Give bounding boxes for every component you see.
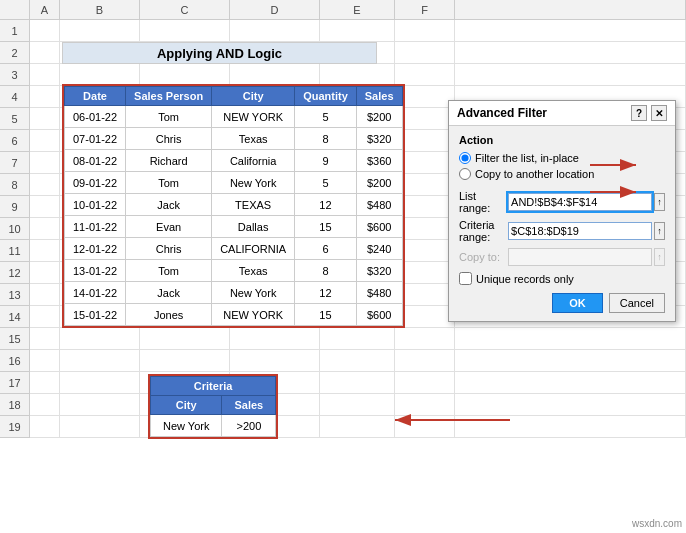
col-f: F [395, 0, 455, 19]
col-d: D [230, 0, 320, 19]
table-cell: 11-01-22 [65, 216, 126, 238]
sheet-title: Applying AND Logic [62, 42, 377, 64]
table-cell: NEW YORK [212, 304, 295, 326]
table-row: 15-01-22JonesNEW YORK15$600 [65, 304, 403, 326]
dialog-close-button[interactable]: ✕ [651, 105, 667, 121]
table-row: 12-01-22ChrisCALIFORNIA6$240 [65, 238, 403, 260]
table-cell: CALIFORNIA [212, 238, 295, 260]
radio-copy-location-label: Copy to another location [475, 168, 594, 180]
dialog-body: Action Filter the list, in-place Copy to… [449, 126, 675, 321]
row-18: 18 [0, 394, 30, 416]
table-cell: 09-01-22 [65, 172, 126, 194]
row-11: 11 [0, 240, 30, 262]
list-range-label: List range: [459, 190, 508, 214]
col-header-date: Date [65, 87, 126, 106]
col-a: A [30, 0, 60, 19]
table-cell: New York [212, 172, 295, 194]
col-header-city: City [212, 87, 295, 106]
dialog-title-actions: ? ✕ [631, 105, 667, 121]
table-cell: $480 [356, 194, 402, 216]
table-cell: Tom [126, 106, 212, 128]
table-cell: Jones [126, 304, 212, 326]
table-cell: Chris [126, 238, 212, 260]
table-cell: $600 [356, 304, 402, 326]
table-cell: Jack [126, 194, 212, 216]
table-cell: 15 [295, 216, 357, 238]
dialog-title: Advanced Filter [457, 106, 547, 120]
table-cell: Dallas [212, 216, 295, 238]
advanced-filter-dialog: Advanced Filter ? ✕ Action Filter the li… [448, 100, 676, 322]
table-cell: Richard [126, 150, 212, 172]
table-cell: $480 [356, 282, 402, 304]
table-cell: 8 [295, 260, 357, 282]
table-cell: Texas [212, 260, 295, 282]
table-cell: California [212, 150, 295, 172]
row-3: 3 [0, 64, 30, 86]
dialog-title-bar: Advanced Filter ? ✕ [449, 101, 675, 126]
table-cell: 13-01-22 [65, 260, 126, 282]
row-8: 8 [0, 174, 30, 196]
action-label: Action [459, 134, 665, 146]
row-5: 5 [0, 108, 30, 130]
col-c: C [140, 0, 230, 19]
table-cell: $360 [356, 150, 402, 172]
radio-copy-location[interactable] [459, 168, 471, 180]
table-cell: Tom [126, 172, 212, 194]
cancel-button[interactable]: Cancel [609, 293, 665, 313]
col-rest [455, 0, 686, 19]
table-cell: 15-01-22 [65, 304, 126, 326]
row-headers: 1 2 3 4 5 6 7 8 9 10 11 12 13 14 15 16 1… [0, 20, 30, 438]
row-17: 17 [0, 372, 30, 394]
radio-filter-inplace-row[interactable]: Filter the list, in-place [459, 152, 665, 164]
criteria-cell: >200 [222, 415, 276, 437]
radio-copy-location-row[interactable]: Copy to another location [459, 168, 665, 180]
row-7: 7 [0, 152, 30, 174]
ok-button[interactable]: OK [552, 293, 603, 313]
table-cell: 12-01-22 [65, 238, 126, 260]
table-cell: 6 [295, 238, 357, 260]
table-cell: $240 [356, 238, 402, 260]
table-cell: 10-01-22 [65, 194, 126, 216]
table-cell: $200 [356, 172, 402, 194]
col-header-quantity: Quantity [295, 87, 357, 106]
table-row: 07-01-22ChrisTexas8$320 [65, 128, 403, 150]
dialog-help-button[interactable]: ? [631, 105, 647, 121]
col-e: E [320, 0, 395, 19]
row-13: 13 [0, 284, 30, 306]
table-cell: New York [212, 282, 295, 304]
criteria-row: New York>200 [151, 415, 276, 437]
col-header-salesperson: Sales Person [126, 87, 212, 106]
list-range-button[interactable]: ↑ [654, 193, 665, 211]
criteria-range-button[interactable]: ↑ [654, 222, 665, 240]
criteria-range-input[interactable] [508, 222, 652, 240]
dialog-buttons: OK Cancel [459, 293, 665, 313]
col-b: B [60, 0, 140, 19]
col-header-sales: Sales [356, 87, 402, 106]
table-cell: 15 [295, 304, 357, 326]
row-6: 6 [0, 130, 30, 152]
table-cell: Chris [126, 128, 212, 150]
table-cell: TEXAS [212, 194, 295, 216]
corner-cell [0, 0, 30, 19]
table-cell: 12 [295, 282, 357, 304]
row-9: 9 [0, 196, 30, 218]
row-16: 16 [0, 350, 30, 372]
criteria-title: Criteria [151, 377, 276, 396]
copy-to-row: Copy to: ↑ [459, 248, 665, 266]
table-row: 13-01-22TomTexas8$320 [65, 260, 403, 282]
table-cell: Tom [126, 260, 212, 282]
table-cell: $320 [356, 128, 402, 150]
row-15: 15 [0, 328, 30, 350]
list-range-row: List range: ↑ [459, 190, 665, 214]
criteria-table: Criteria City Sales New York>200 [148, 374, 278, 439]
unique-records-row[interactable]: Unique records only [459, 272, 665, 285]
row-10: 10 [0, 218, 30, 240]
radio-filter-inplace[interactable] [459, 152, 471, 164]
table-cell: 06-01-22 [65, 106, 126, 128]
unique-records-checkbox[interactable] [459, 272, 472, 285]
table-cell: $200 [356, 106, 402, 128]
main-data-table: Date Sales Person City Quantity Sales 06… [62, 84, 405, 328]
table-row: 09-01-22TomNew York5$200 [65, 172, 403, 194]
criteria-range-row: Criteria range: ↑ [459, 219, 665, 243]
list-range-input[interactable] [508, 193, 652, 211]
